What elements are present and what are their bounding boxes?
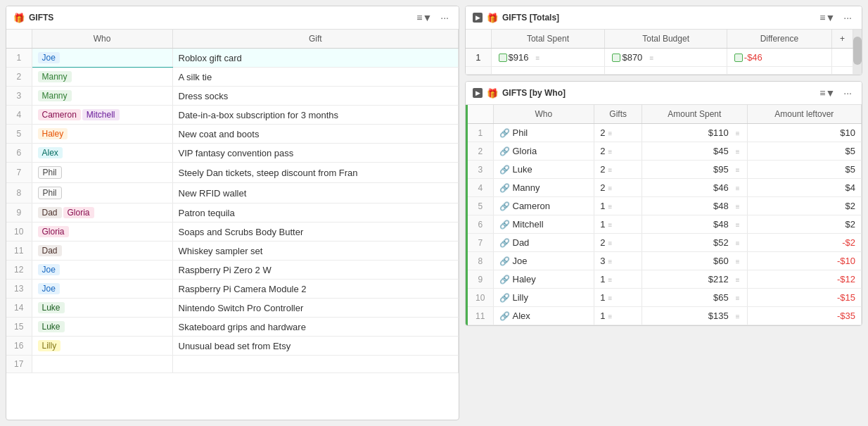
gifts-row-who-10[interactable]: Gloria [32,223,172,242]
tag-gloria[interactable]: Gloria [38,226,69,237]
eq-spent-11[interactable]: ≡ [732,313,740,320]
by-who-name-11[interactable]: 🔗Alex [493,307,594,325]
col-gift-header[interactable]: Gift [172,30,459,49]
by-who-row-11[interactable]: 11🔗Alex1≡$135≡-$35 [468,307,862,325]
totals-expand-btn[interactable]: ▶ [473,13,483,23]
gifts-row-who-1[interactable]: Joe [32,49,172,68]
eq-spent-7[interactable]: ≡ [732,239,740,246]
by-who-name-2[interactable]: 🔗Gloria [493,142,594,161]
gifts-row-16[interactable]: 16LillyUnusual bead set from Etsy [6,337,459,356]
eq-gifts-10[interactable]: ≡ [608,294,616,301]
eq-spent-10[interactable]: ≡ [732,294,740,301]
totals-filter-button[interactable]: ≡▼ [817,11,838,25]
gifts-row-15[interactable]: 15LukeSkateboard grips and hardware [6,318,459,337]
tag-manny[interactable]: Manny [38,71,72,82]
eq-spent-6[interactable]: ≡ [732,221,740,228]
gifts-row-8[interactable]: 8PhilNew RFID wallet [6,183,459,203]
eq-gifts-6[interactable]: ≡ [608,221,616,228]
eq-gifts-3[interactable]: ≡ [608,166,616,173]
eq-gifts-1[interactable]: ≡ [608,130,616,137]
eq-spent-8[interactable]: ≡ [732,258,740,265]
by-who-row-9[interactable]: 9🔗Haley1≡$212≡-$12 [468,270,862,289]
gifts-row-7[interactable]: 7PhilSteely Dan tickets, steep discount … [6,163,459,183]
gifts-row-10[interactable]: 10GloriaSoaps and Scrubs Body Butter [6,223,459,242]
eq-gifts-7[interactable]: ≡ [608,239,616,246]
gifts-row-11[interactable]: 11DadWhiskey sampler set [6,242,459,261]
gifts-row-9[interactable]: 9DadGloriaPatron tequila [6,203,459,223]
by-who-more-button[interactable]: ··· [841,86,855,100]
by-who-row-7[interactable]: 7🔗Dad2≡$52≡-$2 [468,234,862,252]
totals-budget-eq[interactable]: ≡ [645,54,653,61]
gifts-row-13[interactable]: 13JoeRaspberry Pi Camera Module 2 [6,280,459,299]
by-who-expand-btn[interactable]: ▶ [473,88,483,98]
tag-joe[interactable]: Joe [38,52,60,63]
gifts-row-who-16[interactable]: Lilly [32,337,172,356]
eq-spent-2[interactable]: ≡ [732,148,740,155]
totals-more-button[interactable]: ··· [841,11,855,25]
tag-dad[interactable]: Dad [38,245,62,256]
col-who-header[interactable]: Who [32,30,172,49]
by-who-name-3[interactable]: 🔗Luke [493,161,594,179]
totals-scrollbar[interactable] [853,30,862,75]
gifts-row-who-9[interactable]: DadGloria [32,203,172,223]
by-who-row-1[interactable]: 1🔗Phil2≡$110≡$10 [468,124,862,142]
gifts-row-who-15[interactable]: Luke [32,318,172,337]
eq-gifts-9[interactable]: ≡ [608,276,616,283]
gifts-row-who-2[interactable]: Manny [32,68,172,87]
totals-col-spent[interactable]: Total Spent [491,30,605,49]
gifts-table-container[interactable]: Who Gift 1JoeRoblox gift card2MannyA sil… [6,30,459,420]
gifts-row-1[interactable]: 1JoeRoblox gift card [6,49,459,68]
tag-lilly[interactable]: Lilly [38,340,61,351]
totals-col-budget[interactable]: Total Budget [605,30,727,49]
by-who-filter-button[interactable]: ≡▼ [817,86,838,100]
eq-spent-4[interactable]: ≡ [732,184,740,192]
gifts-row-who-12[interactable]: Joe [32,261,172,280]
by-who-name-9[interactable]: 🔗Haley [493,270,594,289]
by-who-row-8[interactable]: 8🔗Joe3≡$60≡-$10 [468,252,862,270]
filter-button[interactable]: ≡▼ [414,11,435,25]
tag-mitchell[interactable]: Mitchell [82,109,120,120]
gifts-row-who-11[interactable]: Dad [32,242,172,261]
tag-joe[interactable]: Joe [38,283,60,294]
tag-gloria[interactable]: Gloria [63,207,94,218]
gifts-row-12[interactable]: 12JoeRaspberry Pi Zero 2 W [6,261,459,280]
by-who-row-5[interactable]: 5🔗Cameron1≡$48≡$2 [468,197,862,215]
tag-phil[interactable]: Phil [38,166,62,179]
gifts-row-who-7[interactable]: Phil [32,163,172,183]
by-who-name-10[interactable]: 🔗Lilly [493,289,594,307]
by-who-col-spent[interactable]: Amount Spent [642,105,748,124]
gifts-row-17[interactable]: 17 [6,356,459,373]
by-who-name-8[interactable]: 🔗Joe [493,252,594,270]
tag-luke[interactable]: Luke [38,321,65,332]
gifts-row-who-17[interactable] [32,356,172,373]
by-who-name-1[interactable]: 🔗Phil [493,124,594,142]
gifts-row-who-14[interactable]: Luke [32,299,172,318]
by-who-row-10[interactable]: 10🔗Lilly1≡$65≡-$15 [468,289,862,307]
tag-manny[interactable]: Manny [38,90,72,101]
by-who-name-4[interactable]: 🔗Manny [493,179,594,197]
eq-gifts-11[interactable]: ≡ [608,313,616,320]
eq-gifts-5[interactable]: ≡ [608,203,616,210]
by-who-col-who[interactable]: Who [493,105,594,124]
gifts-row-who-6[interactable]: Alex [32,144,172,163]
gifts-row-who-4[interactable]: CameronMitchell [32,106,172,125]
gifts-row-who-5[interactable]: Haley [32,125,172,144]
gifts-row-6[interactable]: 6AlexVIP fantasy convention pass [6,144,459,163]
totals-spent-eq[interactable]: ≡ [531,54,540,61]
gifts-row-14[interactable]: 14LukeNintendo Switch Pro Controller [6,299,459,318]
gifts-row-4[interactable]: 4CameronMitchellDate-in-a-box subscripti… [6,106,459,125]
eq-spent-5[interactable]: ≡ [732,203,740,210]
eq-spent-1[interactable]: ≡ [732,130,740,137]
by-who-col-gifts[interactable]: Gifts [594,105,642,124]
eq-spent-3[interactable]: ≡ [732,166,740,173]
by-who-row-4[interactable]: 4🔗Manny2≡$46≡$4 [468,179,862,197]
eq-spent-9[interactable]: ≡ [732,276,740,283]
gifts-row-5[interactable]: 5HaleyNew coat and boots [6,125,459,144]
eq-gifts-8[interactable]: ≡ [608,258,616,265]
gifts-row-who-13[interactable]: Joe [32,280,172,299]
gifts-row-who-3[interactable]: Manny [32,87,172,106]
by-who-col-leftover[interactable]: Amount leftover [747,105,861,124]
tag-phil[interactable]: Phil [38,187,62,199]
totals-col-plus[interactable]: + [832,30,853,49]
tag-dad[interactable]: Dad [38,207,62,218]
